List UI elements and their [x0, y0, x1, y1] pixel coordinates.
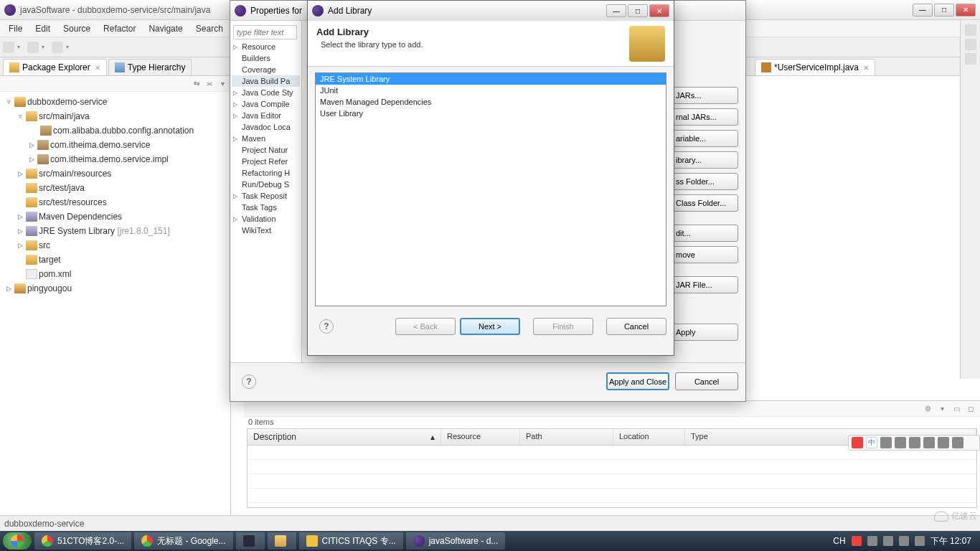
link-icon[interactable]: ⫘ — [204, 79, 215, 89]
menu-search[interactable]: Search — [190, 22, 229, 36]
toolbar-icon[interactable] — [27, 42, 39, 53]
taskbar-item[interactable]: CITICS ITAQS 专... — [299, 532, 403, 550]
collapse-icon[interactable]: ⇆ — [192, 79, 202, 89]
chinese-mode-icon[interactable]: 中 — [866, 437, 877, 448]
minimize-button[interactable]: — — [606, 4, 626, 17]
add-external-class-folder-button[interactable]: Class Folder... — [671, 194, 738, 212]
props-tree-item[interactable]: Run/Debug S — [232, 179, 300, 190]
close-icon[interactable]: ✕ — [95, 64, 100, 72]
menu-file[interactable]: File — [3, 22, 28, 36]
tree-package[interactable]: com.alibaba.dubbo.config.annotation — [0, 123, 230, 138]
help-icon[interactable]: ? — [242, 375, 256, 389]
props-tree-item-selected[interactable]: Java Build Pa — [232, 75, 300, 87]
task-list-icon[interactable] — [965, 39, 976, 50]
props-tree-item[interactable]: Resource — [232, 41, 300, 52]
props-tree-item[interactable]: Task Reposit — [232, 190, 300, 202]
library-type-item-selected[interactable]: JRE System Library — [316, 73, 666, 85]
clock[interactable]: 下午 12:07 — [930, 535, 971, 547]
battery-icon[interactable] — [915, 536, 925, 546]
library-type-item[interactable]: Maven Managed Dependencies — [316, 96, 666, 108]
props-tree-item[interactable]: Project Refer — [232, 156, 300, 167]
network-icon[interactable] — [883, 536, 893, 546]
col-description[interactable]: Description▴ — [248, 429, 441, 445]
props-tree-item[interactable]: WikiText — [232, 225, 300, 236]
close-button[interactable]: ✕ — [956, 4, 976, 17]
settings-icon[interactable] — [952, 437, 963, 448]
tree-file[interactable]: pom.xml — [0, 267, 230, 281]
back-button[interactable]: < Back — [395, 318, 456, 335]
cancel-button[interactable]: Cancel — [606, 318, 666, 335]
editor-tab[interactable]: *UserServiceImpl.java ✕ — [755, 59, 875, 75]
library-type-list[interactable]: JRE System Library JUnit Maven Managed D… — [315, 72, 666, 306]
props-tree-item[interactable]: Refactoring H — [232, 167, 300, 179]
tree-folder[interactable]: ▿src/main/java — [0, 109, 230, 123]
language-indicator[interactable]: CH — [833, 536, 845, 546]
toolbar-icon[interactable] — [3, 42, 14, 53]
props-tree-item[interactable]: Java Compile — [232, 98, 300, 110]
props-tree-item[interactable]: Coverage — [232, 64, 300, 75]
tree-folder[interactable]: target — [0, 253, 230, 267]
ime-icon[interactable] — [895, 437, 906, 448]
next-button[interactable]: Next > — [460, 318, 520, 335]
maximize-icon[interactable]: ◻ — [966, 404, 976, 414]
close-button[interactable]: ✕ — [649, 4, 669, 17]
remove-button[interactable]: move — [671, 246, 738, 263]
tree-folder[interactable]: src/test/resources — [0, 195, 230, 209]
cancel-button[interactable]: Cancel — [675, 372, 738, 390]
tree-library[interactable]: ▷JRE System Library [jre1.8.0_151] — [0, 224, 230, 238]
col-location[interactable]: Location — [613, 429, 685, 445]
props-tree-item[interactable]: Java Code Sty — [232, 87, 300, 98]
toolbar-icon[interactable] — [52, 42, 63, 53]
tree-package[interactable]: ▷com.itheima.demo.service — [0, 138, 230, 152]
tree-folder[interactable]: ▷src/main/resources — [0, 166, 230, 181]
tree-project[interactable]: ▷pingyougou — [0, 281, 230, 296]
finish-button[interactable]: Finish — [533, 318, 593, 335]
menu-icon[interactable]: ▾ — [937, 404, 947, 414]
props-tree-item[interactable]: Builders — [232, 52, 300, 64]
ime-icon[interactable] — [880, 437, 892, 448]
props-tree-item[interactable]: Javadoc Loca — [232, 121, 300, 133]
maximize-button[interactable]: □ — [934, 4, 954, 17]
apply-button[interactable]: Apply — [671, 324, 738, 341]
menu-source[interactable]: Source — [57, 22, 96, 36]
volume-icon[interactable] — [899, 536, 909, 546]
taskbar-item[interactable]: 51CTO博客2.0-... — [34, 532, 131, 550]
col-path[interactable]: Path — [520, 429, 613, 445]
outline-icon[interactable] — [965, 24, 976, 36]
add-jars-button[interactable]: JARs... — [671, 87, 738, 104]
filter-input[interactable] — [233, 25, 297, 39]
tab-package-explorer[interactable]: Package Explorer ✕ — [3, 59, 107, 75]
add-external-jars-button[interactable]: rnal JARs... — [671, 108, 738, 126]
menu-navigate[interactable]: Navigate — [143, 22, 188, 36]
help-icon[interactable]: ? — [319, 319, 334, 334]
col-resource[interactable]: Resource — [441, 429, 520, 445]
edit-button[interactable]: dit... — [671, 225, 738, 242]
tree-package[interactable]: ▷com.itheima.demo.service.impl — [0, 152, 230, 166]
tree-library[interactable]: ▷Maven Dependencies — [0, 209, 230, 224]
props-tree-item[interactable]: Validation — [232, 213, 300, 225]
tree-folder[interactable]: ▷src — [0, 238, 230, 253]
start-button[interactable] — [3, 532, 32, 550]
sogou-icon[interactable] — [852, 437, 863, 448]
props-tree-item[interactable]: Java Editor — [232, 110, 300, 121]
library-type-item[interactable]: User Library — [316, 108, 666, 119]
keyboard-icon[interactable] — [909, 437, 920, 448]
tray-icon[interactable] — [867, 536, 877, 546]
minimize-button[interactable]: — — [913, 4, 933, 17]
filter-icon[interactable]: ⚙ — [923, 404, 933, 414]
tree-folder[interactable]: src/test/java — [0, 181, 230, 195]
library-type-item[interactable]: JUnit — [316, 85, 666, 96]
taskbar-item[interactable]: javaSoftware - d... — [406, 532, 506, 550]
add-variable-button[interactable]: ariable... — [671, 130, 738, 147]
add-class-folder-button[interactable]: ss Folder... — [671, 173, 738, 190]
props-tree-item[interactable]: Project Natur — [232, 144, 300, 156]
ime-toolbar[interactable]: 中 — [848, 435, 980, 451]
menu-refactor[interactable]: Refactor — [98, 22, 141, 36]
tray-icon[interactable] — [852, 536, 862, 546]
apply-and-close-button[interactable]: Apply and Close — [606, 372, 669, 390]
props-tree-item[interactable]: Maven — [232, 133, 300, 144]
maximize-button[interactable]: □ — [628, 4, 648, 17]
menu-icon[interactable]: ▾ — [217, 79, 227, 89]
dialog-titlebar[interactable]: Add Library — □ ✕ — [308, 1, 674, 21]
minimize-icon[interactable]: ▭ — [951, 404, 961, 414]
